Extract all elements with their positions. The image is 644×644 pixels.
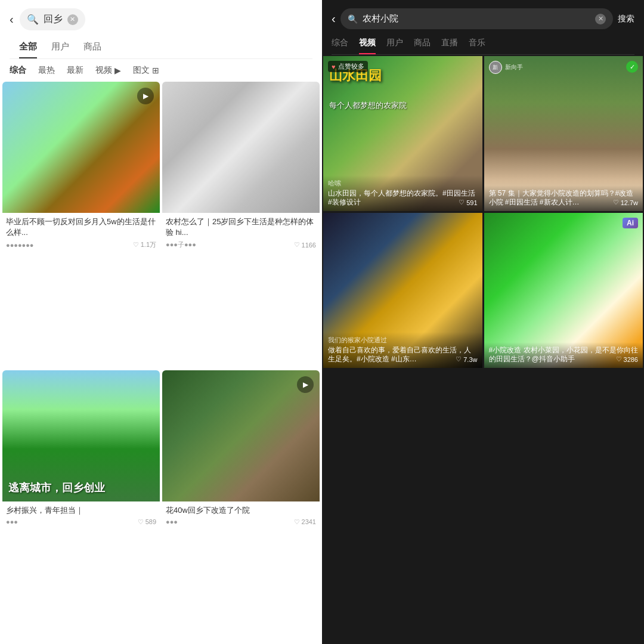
card-3-author: ●●●	[6, 518, 18, 525]
heart-icon-4: ♡	[294, 518, 300, 526]
heart-icon-v1: ♡	[459, 199, 465, 206]
heart-icon-v2: ♡	[613, 199, 619, 206]
ai-badge: Ai	[623, 218, 638, 228]
card-1-title: 毕业后不顾一切反对回乡月入5w的生活是什么样...	[6, 216, 156, 238]
right-tab-users[interactable]: 用户	[386, 38, 403, 54]
right-clear-button[interactable]: ✕	[595, 14, 606, 24]
video-3-desc: 做着自己喜欢的事，爱着自己喜欢的生活，人生足矣。#小院改造 #山东…	[328, 346, 478, 364]
heart-icon-3: ♡	[138, 518, 144, 526]
left-clear-button[interactable]: ✕	[67, 14, 78, 25]
left-tabs-row: 全部 用户 商品	[10, 35, 312, 59]
card-1-meta: ●●●●●●● ♡ 1.1万	[6, 240, 156, 249]
right-search-icon: 🔍	[348, 14, 358, 24]
left-header: ‹ 🔍 回乡 ✕ 全部 用户 商品	[0, 0, 322, 59]
right-tab-products[interactable]: 商品	[414, 38, 431, 54]
card-2-info: 农村怎么了｜25岁回乡下生活是种怎样的体验 hi... ●●●子●●● ♡ 11…	[162, 213, 320, 252]
video-2-user-row: 新 新向手	[489, 61, 523, 74]
card-2-author: ●●●子●●●	[166, 240, 196, 249]
card-2-likes: ♡ 1166	[294, 241, 316, 249]
left-back-button[interactable]: ‹	[10, 13, 14, 26]
card-3-title: 乡村振兴，青年担当｜	[6, 505, 156, 516]
play-icon: ▶	[114, 66, 121, 75]
video-2-avatar: 新	[489, 61, 502, 74]
video-1-image: 山水田园 每个人都梦想的农家院 ♥ 点赞较多 哈嗦 山水田园，每个人都梦想的农家…	[323, 56, 482, 211]
card-1-image: ▶	[2, 82, 160, 213]
right-header: ‹ 🔍 农村小院 ✕ 搜索 综合 视频 用户 商品 直播 音乐	[322, 0, 644, 55]
left-panel: ‹ 🔍 回乡 ✕ 全部 用户 商品 综合 最热 最新 视频 ▶ 图文 ⊞	[0, 0, 322, 644]
video-1-likes: ♡ 591	[459, 199, 477, 206]
filter-image-text[interactable]: 图文 ⊞	[133, 65, 159, 76]
filter-comprehensive[interactable]: 综合	[10, 65, 26, 76]
card-4-info: 花40w回乡下改造了个院 ●●● ♡ 2341	[162, 501, 320, 528]
right-video-content: 山水田园 每个人都梦想的农家院 ♥ 点赞较多 哈嗦 山水田园，每个人都梦想的农家…	[322, 55, 644, 644]
right-tab-live[interactable]: 直播	[441, 38, 458, 54]
left-search-text: 回乡	[44, 13, 63, 26]
card-1-play-icon: ▶	[137, 88, 154, 104]
right-panel: ‹ 🔍 农村小院 ✕ 搜索 综合 视频 用户 商品 直播 音乐 山水田园 每个人…	[322, 0, 644, 644]
image-icon: ⊞	[152, 66, 159, 75]
heart-icon-1: ♡	[133, 241, 139, 249]
heart-icon-2: ♡	[294, 241, 300, 249]
card-4-author: ●●●	[166, 518, 178, 525]
card-3-image: 逃离城市，回乡创业	[2, 370, 160, 501]
card-3-likes: ♡ 589	[138, 518, 156, 526]
right-back-button[interactable]: ‹	[332, 12, 336, 26]
right-tabs-row: 综合 视频 用户 商品 直播 音乐	[332, 34, 634, 55]
card-4-meta: ●●● ♡ 2341	[166, 518, 316, 526]
right-tab-music[interactable]: 音乐	[469, 38, 485, 54]
video-4-likes: ♡ 3286	[616, 355, 638, 363]
card-3[interactable]: 逃离城市，回乡创业 乡村振兴，青年担当｜ ●●● ♡ 589	[2, 370, 160, 644]
left-filter-row: 综合 最热 最新 视频 ▶ 图文 ⊞	[0, 59, 322, 82]
video-1-author: 哈嗦	[328, 179, 478, 188]
video-1-badge: ♥ 点赞较多	[328, 61, 368, 72]
video-card-2[interactable]: 新 新向手 ✓ 第 57 集｜大家觉得小院改造的划算吗？#改造小院 #田园生活 …	[484, 56, 643, 211]
card-1[interactable]: ▶ 毕业后不顾一切反对回乡月入5w的生活是什么样... ●●●●●●● ♡ 1.…	[2, 82, 160, 368]
left-tab-all[interactable]: 全部	[19, 41, 37, 58]
card-2[interactable]: 农村怎么了｜25岁回乡下生活是种怎样的体验 hi... ●●●子●●● ♡ 11…	[162, 82, 320, 368]
video-2-check-icon: ✓	[626, 61, 638, 73]
left-tab-products[interactable]: 商品	[83, 41, 101, 58]
right-tab-comprehensive[interactable]: 综合	[332, 38, 348, 54]
heart-icon-v4: ♡	[616, 355, 622, 363]
video-1-badge-text: 点赞较多	[338, 62, 364, 71]
video-1-subtitle-overlay: 每个人都梦想的农家院	[329, 100, 407, 111]
filter-video[interactable]: 视频 ▶	[95, 65, 121, 76]
video-2-user-label: 新向手	[505, 63, 523, 72]
video-1-desc: 山水田园，每个人都梦想的农家院。#田园生活 #装修设计	[328, 189, 478, 208]
card-4-title: 花40w回乡下改造了个院	[166, 505, 316, 516]
video-card-1[interactable]: 山水田园 每个人都梦想的农家院 ♥ 点赞较多 哈嗦 山水田园，每个人都梦想的农家…	[323, 56, 482, 211]
right-tab-video[interactable]: 视频	[359, 38, 376, 54]
left-header-row: ‹ 🔍 回乡 ✕	[10, 8, 312, 30]
card-1-likes: ♡ 1.1万	[133, 240, 156, 249]
card-4-play-icon: ▶	[297, 376, 314, 393]
left-search-icon: 🔍	[27, 14, 39, 25]
filter-hot[interactable]: 最热	[38, 65, 55, 76]
video-card-4[interactable]: Ai #小院改造 农村小菜园，小花园，是不是你向往的田园生活？@抖音小助手 ♡ …	[484, 213, 643, 368]
card-3-info: 乡村振兴，青年担当｜ ●●● ♡ 589	[2, 501, 160, 528]
video-2-image: 新 新向手 ✓ 第 57 集｜大家觉得小院改造的划算吗？#改造小院 #田园生活 …	[484, 56, 643, 211]
filter-image-text-label: 图文	[133, 65, 150, 76]
card-1-info: 毕业后不顾一切反对回乡月入5w的生活是什么样... ●●●●●●● ♡ 1.1万	[2, 213, 160, 252]
video-3-author: 我们的猴家小院通过	[328, 336, 478, 345]
card-2-title: 农村怎么了｜25岁回乡下生活是种怎样的体验 hi...	[166, 216, 316, 238]
card-4-image: ▶	[162, 370, 320, 501]
heart-icon-v3: ♡	[456, 355, 462, 363]
video-4-image: Ai #小院改造 农村小菜园，小花园，是不是你向往的田园生活？@抖音小助手 ♡ …	[484, 213, 643, 368]
card-2-image	[162, 82, 320, 213]
video-2-likes: ♡ 12.7w	[613, 199, 638, 206]
card-2-meta: ●●●子●●● ♡ 1166	[166, 240, 316, 249]
right-search-button[interactable]: 搜索	[618, 14, 634, 24]
card-4-likes: ♡ 2341	[294, 518, 316, 526]
video-card-3[interactable]: 我们的猴家小院通过 做着自己喜欢的事，爱着自己喜欢的生活，人生足矣。#小院改造 …	[323, 213, 482, 368]
right-header-row: ‹ 🔍 农村小院 ✕ 搜索	[332, 8, 634, 29]
left-search-bar[interactable]: 🔍 回乡 ✕	[20, 8, 85, 30]
filter-new[interactable]: 最新	[67, 65, 83, 76]
left-tab-users[interactable]: 用户	[51, 41, 69, 58]
right-search-bar[interactable]: 🔍 农村小院 ✕	[340, 8, 613, 29]
video-3-likes: ♡ 7.3w	[456, 355, 477, 363]
filter-video-label: 视频	[95, 65, 112, 76]
card-4[interactable]: ▶ 花40w回乡下改造了个院 ●●● ♡ 2341	[162, 370, 320, 644]
card-3-meta: ●●● ♡ 589	[6, 518, 156, 526]
card-3-overlay: 逃离城市，回乡创业	[8, 481, 105, 495]
right-search-text: 农村小院	[363, 13, 590, 24]
